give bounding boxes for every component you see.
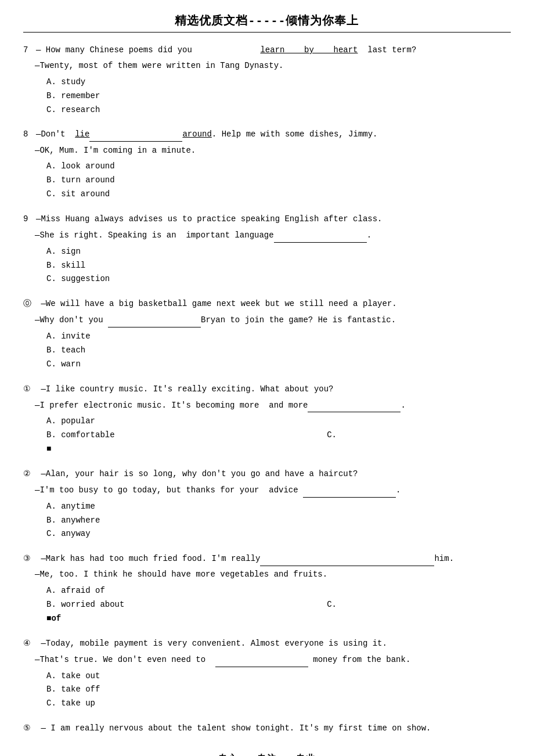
question-7: 7 — How many Chinese poems did you learn… bbox=[23, 43, 511, 117]
q8-optA: A. look around bbox=[46, 160, 511, 174]
question-11: ① —I like country music. It's really exc… bbox=[23, 382, 511, 456]
q7-num: 7 bbox=[23, 43, 36, 57]
q10-line1: ⓪ —We will have a big basketball game ne… bbox=[23, 297, 511, 311]
q13-optC-label: ■of bbox=[46, 612, 511, 626]
q12-line1: ② —Alan, your hair is so long, why don't… bbox=[23, 467, 511, 481]
q12-answer: —I'm too busy to go today, but thanks fo… bbox=[35, 483, 511, 498]
q12-optC: C. anyway bbox=[46, 527, 511, 541]
q9-text: —Miss Huang always advises us to practic… bbox=[36, 213, 511, 226]
q9-num: 9 bbox=[23, 212, 36, 226]
q8-optC: C. sit around bbox=[46, 188, 511, 201]
q8-text: —Don't lie around. Help me with some dis… bbox=[36, 127, 511, 142]
q12-optA: A. anytime bbox=[46, 500, 511, 514]
q8-optB: B. turn around bbox=[46, 174, 511, 188]
q11-optC-label: ■ bbox=[46, 442, 511, 456]
q7-text: — How many Chinese poems did you learn b… bbox=[36, 44, 511, 57]
q13-optB: B. worried about C. bbox=[46, 598, 337, 612]
q10-text: —We will have a big basketball game next… bbox=[36, 297, 511, 311]
q11-num: ① bbox=[23, 382, 36, 397]
q8-line1: 8 —Don't lie around. Help me with some d… bbox=[23, 127, 511, 142]
q14-optA: A. take out bbox=[46, 669, 511, 683]
question-10: ⓪ —We will have a big basketball game ne… bbox=[23, 297, 511, 371]
question-12: ② —Alan, your hair is so long, why don't… bbox=[23, 467, 511, 541]
question-13: ③ —Mark has had too much fried food. I'm… bbox=[23, 552, 511, 625]
q9-line1: 9 —Miss Huang always advises us to pract… bbox=[23, 212, 511, 226]
q15-num: ⑤ bbox=[23, 721, 36, 736]
q15-line1: ⑤ — I am really nervous about the talent… bbox=[23, 721, 511, 736]
q13-line1: ③ —Mark has had too much fried food. I'm… bbox=[23, 552, 511, 566]
q7-optC: C. research bbox=[46, 103, 511, 117]
q7-blank1: learn by heart bbox=[260, 45, 358, 55]
q11-text: —I like country music. It's really excit… bbox=[36, 383, 511, 397]
q9-optB: B. skill bbox=[46, 259, 511, 273]
question-15: ⑤ — I am really nervous about the talent… bbox=[23, 721, 511, 736]
q10-optB: B. teach bbox=[46, 344, 511, 358]
q14-answer: —That's true. We don't even need to mone… bbox=[35, 653, 511, 667]
q10-num: ⓪ bbox=[23, 297, 36, 311]
q11-answer: —I prefer electronic music. It's becomin… bbox=[35, 398, 511, 413]
q10-answer: —Why don't you Bryan to join the game? H… bbox=[35, 313, 511, 327]
q7-answer: —Twenty, most of them were written in Ta… bbox=[35, 59, 511, 73]
q14-text: —Today, mobile payment is very convenien… bbox=[36, 637, 511, 651]
q9-optC: C. suggestion bbox=[46, 272, 511, 286]
question-9: 9 —Miss Huang always advises us to pract… bbox=[23, 212, 511, 286]
q10-optA: A. invite bbox=[46, 330, 511, 344]
q10-optC: C. warn bbox=[46, 358, 511, 372]
question-8: 8 —Don't lie around. Help me with some d… bbox=[23, 127, 511, 201]
q11-optA: A. popular bbox=[46, 415, 511, 429]
q8-answer: —OK, Mum. I'm coming in a minute. bbox=[35, 144, 511, 158]
q13-num: ③ bbox=[23, 552, 36, 566]
header-title: 精选优质文档-----倾情为你奉上 bbox=[175, 15, 359, 28]
q14-num: ④ bbox=[23, 636, 36, 651]
q13-text: —Mark has had too much fried food. I'm r… bbox=[36, 552, 511, 566]
question-14: ④ —Today, mobile payment is very conveni… bbox=[23, 636, 511, 711]
q13-answer: —Me, too. I think he should have more ve… bbox=[35, 568, 511, 582]
page-footer: 专心---专注---专业 bbox=[23, 753, 511, 756]
q13-optA: A. afraid of bbox=[46, 584, 511, 598]
q15-text: — I am really nervous about the talent s… bbox=[36, 722, 511, 736]
q7-optB: B. remember bbox=[46, 89, 511, 103]
page: 精选优质文档-----倾情为你奉上 7 — How many Chinese p… bbox=[0, 0, 534, 756]
q7-line1: 7 — How many Chinese poems did you learn… bbox=[23, 43, 511, 57]
q14-optB: B. take off bbox=[46, 683, 511, 697]
page-header: 精选优质文档-----倾情为你奉上 bbox=[23, 6, 511, 33]
q12-optB: B. anywhere bbox=[46, 514, 511, 528]
q11-optB: B. comfortable C. bbox=[46, 429, 337, 442]
q9-answer: —She is right. Speaking is an important … bbox=[35, 228, 511, 243]
q9-optA: A. sign bbox=[46, 245, 511, 259]
q11-line1: ① —I like country music. It's really exc… bbox=[23, 382, 511, 397]
q7-optA: A. study bbox=[46, 75, 511, 89]
q14-optC: C. take up bbox=[46, 697, 511, 711]
q8-num: 8 bbox=[23, 127, 36, 142]
q12-text: —Alan, your hair is so long, why don't y… bbox=[36, 467, 511, 481]
q8-blank1: lie around bbox=[75, 129, 212, 139]
q12-num: ② bbox=[23, 467, 36, 481]
q14-line1: ④ —Today, mobile payment is very conveni… bbox=[23, 636, 511, 651]
